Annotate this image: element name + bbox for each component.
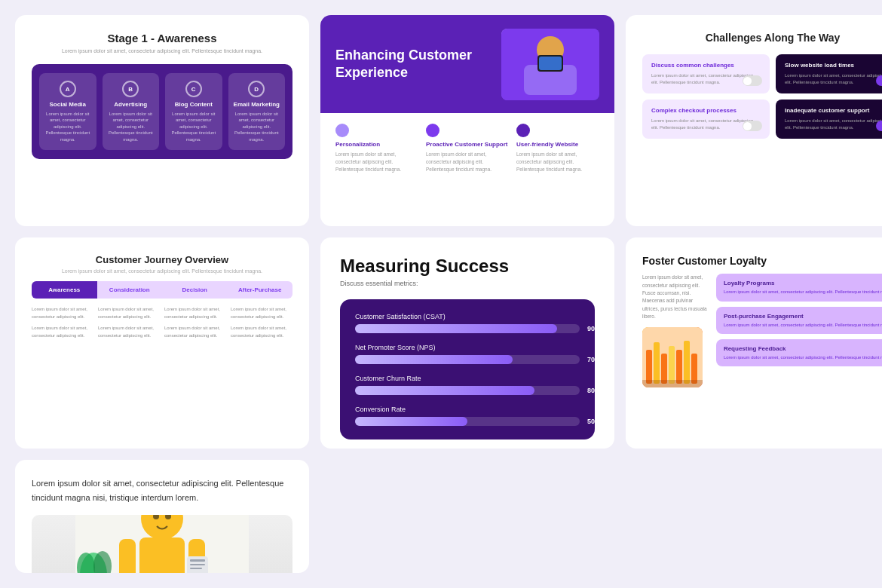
customer-journey-card: Customer Journey Overview Lorem ipsum do… [15, 237, 309, 449]
stage-item: C Blog Content Lorem ipsum dolor sit ame… [165, 73, 222, 150]
svg-rect-8 [661, 354, 667, 384]
stage-name: Blog Content [170, 101, 218, 108]
loyalty-item-title: Requesting Feedback [724, 345, 882, 352]
metric-pct: 50% [587, 418, 601, 425]
card2-image [501, 29, 599, 100]
success-title: Measuring Success [340, 256, 595, 277]
challenge-item: Discuss common challenges Lorem ipsum do… [642, 54, 770, 93]
challenge-text: Lorem ipsum dolor sit amet, consectetur … [785, 72, 882, 86]
journey-tab-consideration[interactable]: Consideration [97, 281, 163, 299]
journey-col-text: Lorem ipsum dolor sit amet, consectetur … [32, 306, 93, 320]
journey-col-text: Lorem ipsum dolor sit amet, consectetur … [231, 306, 292, 320]
metric-row: Customer Churn Rate 80% [355, 375, 580, 395]
journey-title: Customer Journey Overview [32, 254, 292, 265]
loyalty-item-text: Lorem ipsum dolor sit amet, consectetur … [724, 354, 882, 360]
metric-row: Conversion Rate 50% [355, 406, 580, 426]
feature-icon [516, 124, 530, 137]
stage-awareness-subtitle: Lorem ipsum dolor sit amet, consectetur … [32, 48, 292, 54]
svg-rect-7 [654, 342, 660, 384]
stage-text: Lorem ipsum dolor sit amet, consectetur … [170, 111, 218, 142]
card7-person-photo [32, 515, 292, 573]
journey-col-text: Lorem ipsum dolor sit amet, consectetur … [231, 325, 292, 339]
metric-bar-fill [355, 324, 557, 333]
journey-column-0: Lorem ipsum dolor sit amet, consectetur … [32, 306, 93, 344]
journey-column-3: Lorem ipsum dolor sit amet, consectetur … [231, 306, 292, 344]
stage-name: Advertising [107, 101, 155, 108]
challenge-text: Lorem ipsum dolor sit amet, consectetur … [785, 118, 882, 131]
metric-label: Customer Churn Rate [355, 375, 580, 382]
metric-bar-fill [355, 417, 467, 426]
journey-col-text: Lorem ipsum dolor sit amet, consectetur … [98, 325, 160, 339]
loyalty-text: Lorem ipsum dolor sit amet, consectetur … [642, 274, 709, 320]
toggle-switch[interactable] [876, 121, 882, 131]
stage-text: Lorem ipsum dolor sit amet, consectetur … [44, 111, 92, 142]
stage-item: A Social Media Lorem ipsum dolor sit ame… [39, 73, 96, 150]
feature-title: Personalization [335, 141, 418, 148]
person-phone-illustration [501, 29, 599, 100]
challenges-title: Challenges Along The Way [642, 32, 882, 44]
feature-text: Lorem ipsum dolor sit amet, consectetur … [426, 151, 509, 173]
journey-col-text: Lorem ipsum dolor sit amet, consectetur … [98, 306, 160, 320]
loyalty-body: Lorem ipsum dolor sit amet, consectetur … [642, 274, 882, 387]
loyalty-items: Loyalty Programs Lorem ipsum dolor sit a… [716, 274, 882, 387]
metric-label: Net Promoter Score (NPS) [355, 344, 580, 351]
loyalty-item-text: Lorem ipsum dolor sit amet, consectetur … [724, 322, 882, 328]
toggle-switch[interactable] [876, 75, 882, 86]
clothing-store-photo [642, 327, 703, 387]
toggle-switch[interactable] [743, 75, 762, 86]
metric-label: Customer Satisfaction (CSAT) [355, 313, 580, 320]
journey-subtitle: Lorem ipsum dolor sit amet, consectetur … [32, 268, 292, 274]
feature-title: User-friendly Website [516, 141, 599, 148]
journey-tab-awareness[interactable]: Awareness [32, 281, 97, 299]
standing-person-illustration [32, 515, 292, 573]
stage-name: Social Media [44, 101, 92, 108]
feature-title: Proactive Customer Support [426, 141, 509, 148]
metric-bar-fill [355, 355, 513, 364]
stage-circle: B [122, 81, 139, 97]
svg-rect-16 [139, 537, 185, 573]
feature-text: Lorem ipsum dolor sit amet, consectetur … [516, 151, 599, 173]
loyalty-item: Requesting Feedback Lorem ipsum dolor si… [716, 339, 882, 366]
feature-col: Personalization Lorem ipsum dolor sit am… [335, 124, 418, 173]
loyalty-item: Post-purchase Engagement Lorem ipsum dol… [716, 307, 882, 334]
loyalty-left: Lorem ipsum dolor sit amet, consectetur … [642, 274, 709, 387]
journey-col-text: Lorem ipsum dolor sit amet, consectetur … [164, 306, 226, 320]
journey-tab-after-purchase[interactable]: After-Purchase [228, 281, 293, 299]
stage-circle: D [248, 81, 265, 97]
feature-icon [335, 124, 349, 137]
loyalty-item: Loyalty Programs Lorem ipsum dolor sit a… [716, 274, 882, 301]
journey-tab-decision[interactable]: Decision [162, 281, 228, 299]
metric-pct: 70% [587, 356, 601, 363]
challenge-title: Slow website load times [785, 62, 882, 69]
loyalty-title: Foster Customer Loyalty [642, 254, 882, 268]
success-subtitle: Discuss essential metrics: [340, 280, 595, 287]
metric-bar-bg: 50% [355, 417, 580, 426]
loyalty-item-title: Loyalty Programs [724, 280, 882, 286]
svg-rect-24 [190, 568, 202, 569]
svg-rect-6 [646, 350, 652, 384]
measuring-success-card: Measuring Success Discuss essential metr… [320, 237, 614, 449]
challenge-item: Inadequate customer support Lorem ipsum … [776, 100, 882, 139]
journey-tabs[interactable]: AwarenessConsiderationDecisionAfter-Purc… [32, 281, 292, 299]
stage-item: B Advertising Lorem ipsum dolor sit amet… [103, 73, 160, 150]
svg-rect-23 [190, 564, 205, 565]
svg-rect-9 [669, 346, 675, 384]
toggle-switch[interactable] [743, 121, 762, 131]
feature-icon [426, 124, 439, 137]
metric-label: Conversion Rate [355, 406, 580, 413]
metric-row: Customer Satisfaction (CSAT) 90% [355, 313, 580, 333]
enhancing-cx-card: Enhancing Customer Experience Personaliz… [320, 15, 614, 226]
card2-features: Personalization Lorem ipsum dolor sit am… [320, 113, 614, 183]
text-photo-card: Lorem ipsum dolor sit amet, consectetur … [15, 460, 309, 573]
stage-awareness-card: Stage 1 - Awareness Lorem ipsum dolor si… [15, 15, 309, 226]
svg-rect-19 [119, 539, 136, 573]
card2-top: Enhancing Customer Experience [320, 15, 614, 113]
svg-rect-11 [684, 341, 690, 384]
stage-text: Lorem ipsum dolor sit amet, consectetur … [233, 111, 281, 142]
metric-pct: 90% [587, 325, 601, 332]
stages-row: A Social Media Lorem ipsum dolor sit ame… [32, 64, 292, 159]
journey-col-text: Lorem ipsum dolor sit amet, consectetur … [32, 325, 93, 339]
metric-bar-bg: 70% [355, 355, 580, 364]
feature-col: Proactive Customer Support Lorem ipsum d… [426, 124, 509, 173]
metric-pct: 80% [587, 387, 601, 394]
